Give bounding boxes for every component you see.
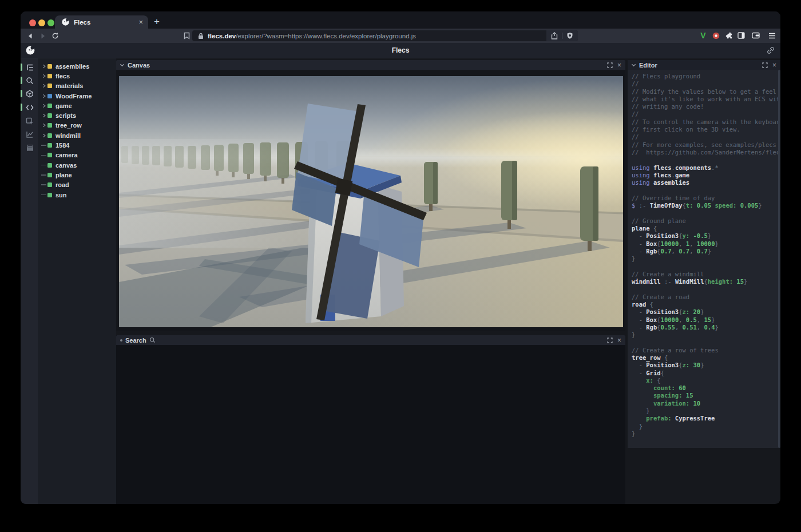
hierarchy-icon[interactable] <box>23 62 37 73</box>
expand-chevron-icon[interactable] <box>40 94 47 98</box>
share-icon[interactable] <box>551 32 558 39</box>
code-line: using flecs.game <box>632 172 780 179</box>
forward-icon[interactable] <box>38 31 47 41</box>
tree-item-label: WoodFrame <box>55 93 92 100</box>
fullscreen-icon[interactable] <box>762 62 768 68</box>
expand-chevron-icon[interactable] <box>40 64 47 69</box>
tree-item-assemblies[interactable]: assemblies <box>38 61 116 71</box>
menu-icon[interactable] <box>767 30 777 41</box>
close-icon[interactable]: × <box>617 337 621 344</box>
code-line: } <box>632 331 780 339</box>
fullscreen-icon[interactable] <box>607 338 613 343</box>
editor-panel-header: Editor × <box>628 60 780 70</box>
collapse-chevron-icon[interactable] <box>631 62 636 68</box>
tab-close-icon[interactable]: × <box>138 18 143 26</box>
entity-tag <box>47 74 52 78</box>
search-panel-title: Search <box>125 337 146 344</box>
reload-icon[interactable] <box>50 31 60 41</box>
chart-icon[interactable] <box>23 129 37 140</box>
expand-chevron-icon[interactable] <box>40 123 47 128</box>
tree-item-tree_row[interactable]: tree_row <box>38 121 116 130</box>
code-line: windmill :- WindMill{height: 15} <box>632 278 780 285</box>
link-icon[interactable] <box>767 46 775 54</box>
close-icon[interactable]: × <box>617 62 621 69</box>
code-line <box>632 339 780 346</box>
tree-item-label: game <box>55 102 72 109</box>
expand-chevron-icon[interactable] <box>40 74 47 78</box>
inspect-icon[interactable] <box>23 116 37 127</box>
dash-icon <box>40 174 47 176</box>
tree-item-1584[interactable]: 1584 <box>38 140 116 150</box>
tree-item-label: sun <box>55 192 67 198</box>
tree-item-label: windmill <box>55 132 81 139</box>
list-icon[interactable] <box>23 142 37 153</box>
code-line: - Position3{z: 30} <box>632 362 780 369</box>
code-line: } <box>632 407 780 415</box>
vivaldi-icon[interactable]: V <box>698 30 708 41</box>
code-line <box>632 285 780 293</box>
tree-item-sun[interactable]: sun <box>38 190 116 200</box>
active-indicator <box>21 90 22 97</box>
tree-item-label: plane <box>55 172 72 178</box>
code-line: // Create a road <box>632 293 780 301</box>
tree-item-label: flecs <box>55 73 70 80</box>
code-line: // https://github.com/SanderMertens/flec… <box>632 149 780 156</box>
code-line: // <box>632 110 780 118</box>
dash-icon <box>40 145 47 146</box>
window-close-button[interactable] <box>29 19 36 26</box>
code-line: // For more examples, see examples/plecs… <box>632 141 780 149</box>
tree-item-materials[interactable]: materials <box>38 81 116 91</box>
tab-bar: Flecs × + <box>21 11 780 29</box>
expand-chevron-icon[interactable] <box>40 84 47 88</box>
tree-item-flecs[interactable]: flecs <box>38 71 116 81</box>
dash-icon <box>40 155 47 156</box>
code-line: // Modify the values below to get a feel… <box>632 88 780 96</box>
panel-icon[interactable] <box>736 30 746 41</box>
tree-item-label: road <box>55 181 69 188</box>
close-icon[interactable]: × <box>772 62 776 69</box>
bookmark-icon[interactable] <box>182 31 192 41</box>
back-icon[interactable] <box>25 31 35 41</box>
code-icon[interactable] <box>23 102 37 113</box>
tree-item-plane[interactable]: plane <box>38 170 116 180</box>
entity-tree-panel: assembliesflecsmaterialsWoodFramegamescr… <box>38 58 116 504</box>
wallet-icon[interactable] <box>751 30 761 41</box>
code-line: } <box>632 423 780 430</box>
shield-icon[interactable] <box>566 32 573 39</box>
lock-icon <box>198 33 204 39</box>
collapse-chevron-icon[interactable] <box>120 62 125 68</box>
code-line: count: 60 <box>632 384 780 392</box>
code-line: using flecs.components.* <box>632 164 780 172</box>
tree-item-road[interactable]: road <box>38 180 116 190</box>
window-minimize-button[interactable] <box>38 19 45 26</box>
new-tab-button[interactable]: + <box>151 16 162 27</box>
3d-canvas-view[interactable] <box>119 76 623 327</box>
expand-chevron-icon[interactable] <box>40 104 47 108</box>
code-line: - Position3{z: 20} <box>632 308 780 316</box>
tree-item-game[interactable]: game <box>38 101 116 110</box>
editor-scrollbar[interactable] <box>778 70 780 448</box>
search-icon[interactable] <box>23 75 37 86</box>
url-bar[interactable]: flecs.dev/explorer/?wasm=https://www.fle… <box>192 30 578 41</box>
fullscreen-icon[interactable] <box>607 62 613 68</box>
entity-tag <box>47 163 52 168</box>
window-zoom-button[interactable] <box>47 19 54 26</box>
expand-chevron-icon[interactable] <box>40 133 47 138</box>
code-line: // <box>632 80 780 88</box>
tree-item-canvas[interactable]: canvas <box>38 160 116 170</box>
code-line: prefab: CypressTree <box>632 415 780 422</box>
search-panel-header[interactable]: Search × <box>116 335 625 345</box>
extensions-icon[interactable] <box>723 30 733 41</box>
expand-chevron-icon[interactable] <box>40 113 47 118</box>
tree-item-camera[interactable]: camera <box>38 150 116 160</box>
url-path: /explorer/?wasm=https://www.flecs.dev/ex… <box>236 33 416 39</box>
cube-icon[interactable] <box>23 88 37 100</box>
record-icon[interactable] <box>711 30 721 41</box>
tree-item-scripts[interactable]: scripts <box>38 110 116 120</box>
browser-tab-flecs[interactable]: Flecs × <box>55 15 148 29</box>
editor-code[interactable]: // Flecs playground//// Modify the value… <box>628 70 780 448</box>
tree-item-WoodFrame[interactable]: WoodFrame <box>38 91 116 101</box>
dash-icon <box>40 165 47 166</box>
tree-item-windmill[interactable]: windmill <box>38 130 116 140</box>
canvas-panel: Canvas × <box>116 60 625 331</box>
